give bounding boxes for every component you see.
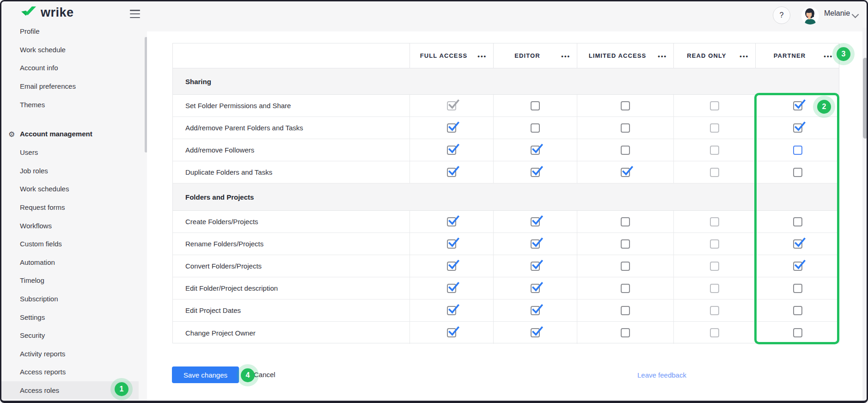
checkbox-add-remove-followers-read-only: [710, 146, 719, 155]
column-menu-icon[interactable]: •••: [824, 52, 833, 59]
checkbox-edit-folder-project-description-partner[interactable]: [793, 284, 802, 293]
permission-cell: [493, 161, 577, 183]
checkbox-change-project-owner-partner[interactable]: [793, 328, 802, 337]
checkbox-rename-folders-projects-limited-access[interactable]: [621, 239, 630, 249]
table-row-change-project-owner: Change Project Owner: [173, 322, 839, 344]
permission-cell: [493, 277, 577, 299]
column-header-label: READ ONLY: [687, 52, 742, 59]
sidebar-item-activity-reports[interactable]: Activity reports: [0, 345, 139, 363]
checkbox-set-folder-permissions-and-share-editor[interactable]: [531, 101, 540, 110]
user-name[interactable]: Melanie: [824, 9, 850, 18]
checkbox-duplicate-folders-and-tasks-read-only: [710, 168, 719, 177]
checkbox-duplicate-folders-and-tasks-editor[interactable]: [531, 168, 540, 177]
checkbox-create-folders-projects-full-access[interactable]: [447, 217, 456, 226]
permission-label: Add/remove Followers: [173, 139, 410, 161]
section-header-folders-and-projects: Folders and Projects: [173, 183, 839, 211]
checkbox-edit-project-dates-full-access[interactable]: [447, 306, 456, 315]
checkbox-edit-folder-project-description-limited-access[interactable]: [621, 284, 630, 293]
checkbox-convert-folders-projects-limited-access[interactable]: [621, 262, 630, 271]
checkbox-add-remove-followers-partner[interactable]: [793, 146, 802, 155]
help-button[interactable]: ?: [773, 6, 790, 24]
checkbox-add-remove-parent-folders-and-tasks-limited-access[interactable]: [621, 123, 630, 133]
sidebar-item-security[interactable]: Security: [0, 326, 139, 345]
sidebar-item-custom-fields[interactable]: Custom fields: [0, 235, 139, 253]
sidebar-item-workflows[interactable]: Workflows: [0, 216, 139, 235]
checkbox-edit-folder-project-description-full-access[interactable]: [447, 284, 456, 293]
sidebar-item-subscription[interactable]: Subscription: [0, 290, 139, 308]
sidebar-section-account-management[interactable]: ⚙Account management: [0, 125, 139, 143]
sidebar-item-users[interactable]: Users: [0, 143, 139, 162]
checkbox-add-remove-parent-folders-and-tasks-partner[interactable]: [793, 123, 802, 133]
permission-cell: [493, 139, 577, 161]
annotation-badge-2: 2: [817, 100, 831, 114]
checkbox-create-folders-projects-limited-access[interactable]: [621, 217, 630, 226]
checkbox-create-folders-projects-partner[interactable]: [793, 217, 802, 226]
column-header-label: LIMITED ACCESS: [589, 52, 662, 59]
avatar[interactable]: [801, 7, 819, 24]
permission-cell: [410, 139, 493, 161]
table-row-edit-project-dates: Edit Project Dates: [173, 299, 839, 322]
checkbox-rename-folders-projects-read-only: [710, 239, 719, 249]
chevron-down-icon[interactable]: [852, 11, 859, 18]
column-menu-icon[interactable]: •••: [477, 52, 487, 59]
sidebar-item-work-schedule[interactable]: Work schedule: [0, 41, 139, 59]
checkbox-add-remove-parent-folders-and-tasks-editor[interactable]: [531, 123, 540, 133]
checkbox-convert-folders-projects-partner[interactable]: [793, 262, 802, 271]
sidebar-item-work-schedules[interactable]: Work schedules: [0, 180, 139, 198]
sidebar-item-request-forms[interactable]: Request forms: [0, 198, 139, 217]
permissions-table: FULL ACCESS•••EDITOR•••LIMITED ACCESS•••…: [172, 43, 839, 343]
checkbox-rename-folders-projects-editor[interactable]: [531, 239, 540, 249]
permission-label: Rename Folders/Projects: [173, 233, 410, 255]
checkbox-convert-folders-projects-full-access[interactable]: [447, 262, 456, 271]
permission-cell: [493, 117, 577, 139]
permission-cell: [755, 161, 839, 183]
checkbox-duplicate-folders-and-tasks-limited-access[interactable]: [621, 168, 630, 177]
checkbox-change-project-owner-limited-access[interactable]: [621, 328, 630, 337]
sidebar-item-access-reports[interactable]: Access reports: [0, 363, 139, 381]
column-menu-icon[interactable]: •••: [658, 52, 667, 59]
sidebar-item-themes[interactable]: Themes: [0, 95, 139, 114]
checkbox-edit-project-dates-limited-access[interactable]: [621, 306, 630, 315]
sidebar-section-label: Account management: [20, 130, 92, 138]
checkbox-change-project-owner-full-access[interactable]: [447, 328, 456, 337]
checkbox-create-folders-projects-editor[interactable]: [531, 217, 540, 226]
wrike-logo-text: wrike: [41, 6, 74, 20]
permission-cell: [755, 139, 839, 161]
checkbox-edit-project-dates-partner[interactable]: [793, 306, 802, 315]
cancel-button[interactable]: Cancel: [254, 371, 275, 379]
sidebar-item-settings[interactable]: Settings: [0, 308, 139, 326]
window-scrollbar-thumb[interactable]: [863, 58, 868, 139]
leave-feedback-link[interactable]: Leave feedback: [637, 371, 686, 379]
menu-hamburger-icon[interactable]: [130, 10, 140, 18]
checkbox-add-remove-followers-limited-access[interactable]: [621, 146, 630, 155]
permission-cell: [493, 255, 577, 277]
sidebar-item-profile[interactable]: Profile: [0, 28, 139, 41]
checkbox-duplicate-folders-and-tasks-partner[interactable]: [793, 168, 802, 177]
checkbox-duplicate-folders-and-tasks-full-access[interactable]: [447, 168, 456, 177]
sidebar-item-account-info[interactable]: Account info: [0, 59, 139, 77]
checkbox-add-remove-followers-editor[interactable]: [531, 146, 540, 155]
column-menu-icon[interactable]: •••: [561, 52, 570, 59]
window-scrollbar-track[interactable]: [862, 28, 868, 401]
sidebar-item-email-preferences[interactable]: Email preferences: [0, 77, 139, 96]
sidebar-item-automation[interactable]: Automation: [0, 253, 139, 272]
checkbox-edit-project-dates-editor[interactable]: [531, 306, 540, 315]
table-row-add-remove-parent-folders-and-tasks: Add/remove Parent Folders and Tasks: [173, 117, 839, 139]
sidebar-nav: ProfileWork scheduleAccount infoEmail pr…: [0, 28, 147, 401]
checkbox-set-folder-permissions-and-share-limited-access[interactable]: [621, 101, 630, 110]
permission-cell: [410, 161, 493, 183]
checkbox-rename-folders-projects-partner[interactable]: [793, 239, 802, 249]
sidebar-item-job-roles[interactable]: Job roles: [0, 162, 139, 180]
checkbox-convert-folders-projects-editor[interactable]: [531, 262, 540, 271]
checkbox-add-remove-followers-full-access[interactable]: [447, 146, 456, 155]
column-menu-icon[interactable]: •••: [740, 52, 749, 59]
checkbox-add-remove-parent-folders-and-tasks-full-access[interactable]: [447, 123, 456, 133]
sidebar-item-timelog[interactable]: Timelog: [0, 271, 139, 290]
table-row-set-folder-permissions-and-share: Set Folder Permissions and Share: [173, 95, 839, 117]
checkbox-set-folder-permissions-and-share-partner[interactable]: [793, 101, 802, 110]
checkbox-change-project-owner-editor[interactable]: [531, 328, 540, 337]
save-changes-button[interactable]: Save changes: [172, 366, 239, 383]
checkbox-edit-folder-project-description-editor[interactable]: [531, 284, 540, 293]
permission-cell: [755, 117, 839, 139]
checkbox-rename-folders-projects-full-access[interactable]: [447, 239, 456, 249]
